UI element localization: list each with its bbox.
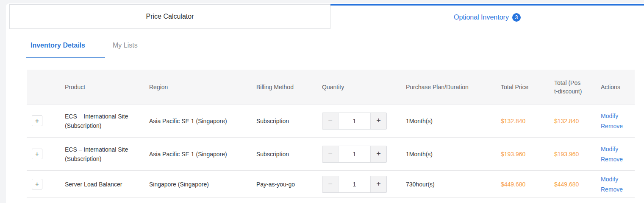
total-price-cell: $449.680 [501, 181, 554, 188]
plus-icon: + [35, 151, 39, 158]
quantity-decrease-button[interactable]: − [322, 113, 339, 129]
remove-link[interactable]: Remove [601, 154, 635, 164]
quantity-increase-button[interactable]: + [370, 113, 386, 129]
purchase-plan-cell: 730hour(s) [406, 180, 501, 189]
expand-row-button[interactable]: + [32, 149, 42, 159]
subtab-my-lists[interactable]: My Lists [113, 42, 138, 49]
remove-link[interactable]: Remove [601, 121, 635, 131]
total-post-discount-cell: $449.680 [554, 181, 601, 188]
tab-price-calculator-label: Price Calculator [146, 13, 194, 20]
expand-cell: + [27, 179, 65, 189]
quantity-cell: − + [322, 146, 406, 163]
active-subtab-underline [26, 57, 105, 58]
optional-inventory-count-badge: 3 [512, 13, 521, 22]
purchase-plan-cell: 1Month(s) [406, 116, 501, 126]
quantity-input[interactable] [339, 146, 370, 162]
billing-method-cell: Subscription [256, 149, 322, 159]
header-purchase-plan: Purchase Plan/Duration [406, 84, 501, 90]
header-quantity: Quantity [322, 84, 406, 90]
table-row: + ECS – International Site (Subscription… [27, 104, 635, 138]
product-cell: ECS – International Site (Subscription) [65, 145, 130, 164]
region-cell: Asia Pacific SE 1 (Singapore) [149, 149, 256, 159]
total-price-cell: $132.840 [501, 118, 554, 124]
header-region: Region [149, 84, 256, 90]
quantity-cell: − + [322, 176, 406, 193]
total-post-discount-cell: $132.840 [554, 118, 601, 124]
quantity-cell: − + [322, 113, 406, 130]
total-post-discount-cell: $193.960 [554, 151, 601, 158]
quantity-decrease-button[interactable]: − [322, 176, 339, 192]
tab-optional-inventory[interactable]: Optional Inventory 3 [330, 4, 644, 29]
header-billing-method: Billing Method [256, 84, 322, 90]
subtab-divider [26, 58, 644, 58]
expand-row-button[interactable]: + [32, 116, 42, 126]
actions-cell: Modify Remove [601, 174, 635, 195]
quantity-stepper: − + [322, 146, 387, 163]
plus-icon: + [35, 118, 39, 124]
quantity-input[interactable] [339, 176, 370, 192]
billing-method-cell: Subscription [256, 116, 322, 126]
modify-link[interactable]: Modify [601, 174, 635, 184]
expand-cell: + [27, 149, 65, 159]
region-cell: Asia Pacific SE 1 (Singapore) [149, 116, 256, 126]
region-cell: Singapore (Singapore) [149, 180, 256, 189]
quantity-decrease-button[interactable]: − [322, 146, 339, 162]
actions-cell: Modify Remove [601, 111, 635, 131]
modify-link[interactable]: Modify [601, 144, 635, 154]
modify-link[interactable]: Modify [601, 111, 635, 121]
purchase-plan-cell: 1Month(s) [406, 149, 501, 159]
product-cell: ECS – International Site (Subscription) [65, 112, 130, 130]
expand-row-button[interactable]: + [32, 179, 42, 189]
table-row: + Server Load Balancer Singapore (Singap… [27, 171, 635, 198]
quantity-stepper: − + [322, 113, 387, 130]
table-header-row: Product Region Billing Method Quantity P… [27, 70, 635, 104]
quantity-stepper: − + [322, 176, 387, 193]
plus-icon: + [35, 181, 39, 188]
remove-link[interactable]: Remove [601, 184, 635, 195]
billing-method-cell: Pay-as-you-go [256, 180, 322, 189]
table-row: + ECS – International Site (Subscription… [27, 138, 635, 171]
subtab-inventory-details[interactable]: Inventory Details [31, 42, 85, 49]
product-cell: Server Load Balancer [65, 180, 130, 189]
tab-optional-inventory-label: Optional Inventory [454, 14, 509, 21]
actions-cell: Modify Remove [601, 144, 635, 164]
expand-cell: + [27, 116, 65, 126]
quantity-input[interactable] [339, 113, 370, 129]
header-product: Product [65, 84, 149, 90]
total-price-cell: $193.960 [501, 151, 554, 158]
inventory-table: Product Region Billing Method Quantity P… [27, 70, 635, 198]
header-total-post-discount: Total (Post-discount) [554, 79, 582, 96]
quantity-increase-button[interactable]: + [370, 146, 386, 162]
quantity-increase-button[interactable]: + [370, 176, 386, 192]
header-total-price: Total Price [501, 84, 554, 90]
tab-price-calculator[interactable]: Price Calculator [9, 4, 330, 29]
header-actions: Actions [601, 84, 635, 90]
optional-inventory-page: Price Calculator Optional Inventory 3 In… [0, 0, 644, 203]
